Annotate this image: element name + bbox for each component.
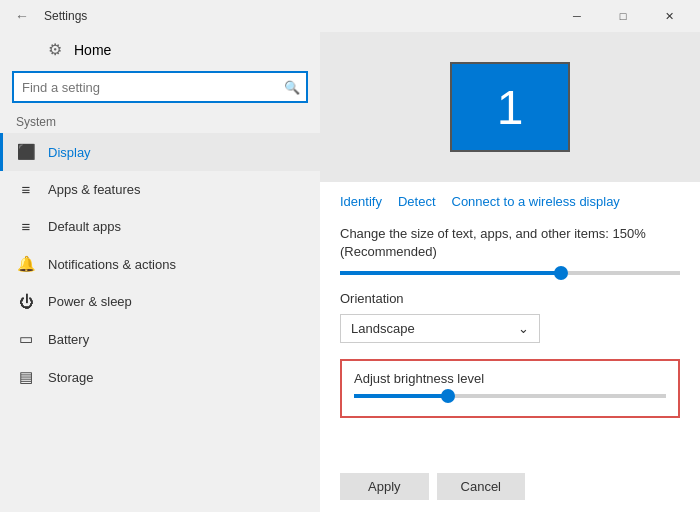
brightness-section: Adjust brightness level (340, 359, 680, 418)
title-bar-left: ← Settings (8, 2, 87, 30)
sidebar-item-power[interactable]: ⏻ Power & sleep (0, 283, 320, 320)
nav-items: ⬛ Display ≡ Apps & features ≡ Default ap… (0, 133, 320, 512)
sidebar-item-label: Power & sleep (48, 294, 132, 309)
apps-icon: ≡ (16, 181, 36, 198)
sidebar-item-storage[interactable]: ▤ Storage (0, 358, 320, 396)
notifications-icon: 🔔 (16, 255, 36, 273)
sidebar-item-notifications[interactable]: 🔔 Notifications & actions (0, 245, 320, 283)
home-label: Home (74, 42, 111, 58)
chevron-down-icon: ⌄ (518, 321, 529, 336)
maximize-button[interactable]: □ (600, 0, 646, 32)
sidebar: ⚙ Home 🔍 System ⬛ Display ≡ Apps & featu… (0, 32, 320, 512)
brightness-slider-thumb[interactable] (441, 389, 455, 403)
display-links: Identify Detect Connect to a wireless di… (340, 194, 680, 209)
apply-button[interactable]: Apply (340, 473, 429, 500)
sidebar-item-label: Storage (48, 370, 94, 385)
storage-icon: ▤ (16, 368, 36, 386)
display-icon: ⬛ (16, 143, 36, 161)
sidebar-item-label: Default apps (48, 219, 121, 234)
action-buttons: Apply Cancel (320, 465, 700, 512)
detect-link[interactable]: Detect (398, 194, 436, 209)
default-apps-icon: ≡ (16, 218, 36, 235)
system-label: System (0, 111, 320, 133)
window-title: Settings (44, 9, 87, 23)
sidebar-item-apps[interactable]: ≡ Apps & features (0, 171, 320, 208)
home-item-wrap: ⚙ Home (48, 40, 111, 59)
content-body: Identify Detect Connect to a wireless di… (320, 182, 700, 465)
sidebar-item-label: Notifications & actions (48, 257, 176, 272)
back-button[interactable]: ← (8, 2, 36, 30)
window-controls: ─ □ ✕ (554, 0, 692, 32)
home-icon: ⚙ (48, 40, 62, 59)
close-button[interactable]: ✕ (646, 0, 692, 32)
sidebar-home-item[interactable]: ⚙ Home (0, 32, 320, 67)
identify-link[interactable]: Identify (340, 194, 382, 209)
brightness-label: Adjust brightness level (354, 371, 666, 386)
sidebar-item-battery[interactable]: ▭ Battery (0, 320, 320, 358)
brightness-slider-fill (354, 394, 448, 398)
cancel-button[interactable]: Cancel (437, 473, 525, 500)
brightness-slider-track (354, 394, 666, 398)
sidebar-item-label: Apps & features (48, 182, 141, 197)
title-bar: ← Settings ─ □ ✕ (0, 0, 700, 32)
monitor-number: 1 (497, 80, 524, 135)
minimize-button[interactable]: ─ (554, 0, 600, 32)
search-icon: 🔍 (284, 80, 300, 95)
power-icon: ⏻ (16, 293, 36, 310)
scale-text: Change the size of text, apps, and other… (340, 225, 680, 261)
search-input[interactable] (12, 71, 308, 103)
sidebar-item-display[interactable]: ⬛ Display (0, 133, 320, 171)
scale-slider-container (340, 271, 680, 275)
sidebar-item-default-apps[interactable]: ≡ Default apps (0, 208, 320, 245)
display-preview: 1 (320, 32, 700, 182)
main-content: ⚙ Home 🔍 System ⬛ Display ≡ Apps & featu… (0, 32, 700, 512)
scale-slider-thumb[interactable] (554, 266, 568, 280)
orientation-dropdown[interactable]: Landscape ⌄ (340, 314, 540, 343)
search-box: 🔍 (12, 71, 308, 103)
scale-slider-track (340, 271, 680, 275)
orientation-label: Orientation (340, 291, 680, 306)
monitor-box: 1 (450, 62, 570, 152)
sidebar-item-label: Display (48, 145, 91, 160)
orientation-value: Landscape (351, 321, 415, 336)
sidebar-item-label: Battery (48, 332, 89, 347)
battery-icon: ▭ (16, 330, 36, 348)
wireless-display-link[interactable]: Connect to a wireless display (452, 194, 620, 209)
content-area: 1 Identify Detect Connect to a wireless … (320, 32, 700, 512)
scale-slider-fill (340, 271, 561, 275)
